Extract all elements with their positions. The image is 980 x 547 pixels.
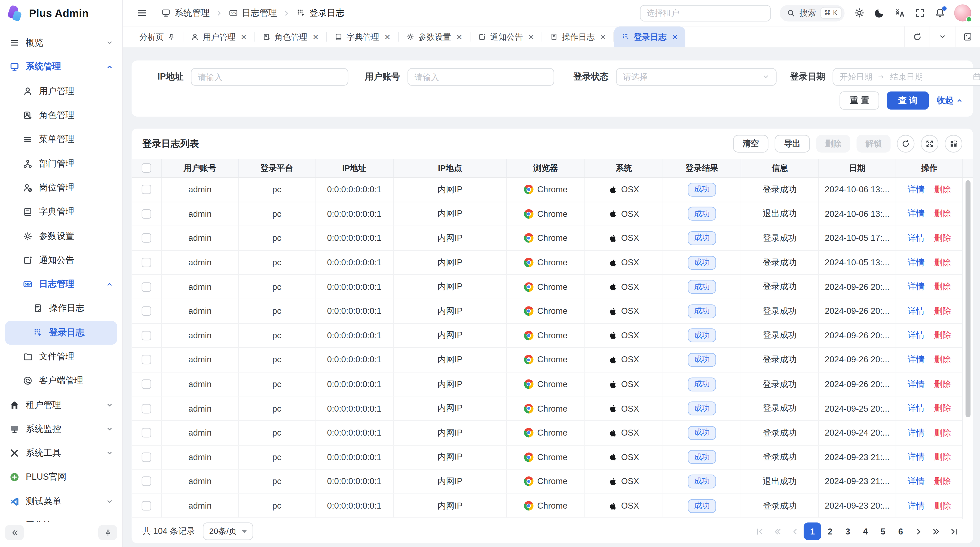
scrollbar-thumb[interactable] — [966, 180, 971, 417]
select-all-checkbox[interactable] — [142, 163, 151, 173]
tab-role-mgmt[interactable]: 角色管理✕ — [255, 26, 326, 47]
delete-link[interactable]: 删除 — [934, 233, 951, 244]
translate-button[interactable] — [894, 7, 905, 19]
close-icon[interactable]: ✕ — [528, 32, 534, 41]
detail-link[interactable]: 详情 — [908, 306, 924, 317]
detail-link[interactable]: 详情 — [908, 257, 924, 268]
sidebar-item-monitor[interactable]: 系统监控 — [0, 417, 122, 441]
sidebar-item-workflow[interactable]: 工作流 — [0, 514, 122, 521]
tab-notice[interactable]: 通知公告✕ — [471, 26, 542, 47]
breadcrumb-log-mgmt[interactable]: DEV 日志管理 — [229, 7, 277, 19]
sidebar-item-login-log[interactable]: 登录日志 — [5, 321, 117, 345]
sidebar-item-operation-log[interactable]: 操作日志 — [0, 297, 122, 321]
date-range-picker[interactable]: 开始日期 结束日期 — [833, 68, 980, 86]
detail-link[interactable]: 详情 — [908, 233, 924, 244]
sidebar-item-client-mgmt[interactable]: 客户端管理 — [0, 369, 122, 393]
delete-link[interactable]: 删除 — [934, 281, 951, 293]
row-checkbox[interactable] — [142, 185, 151, 195]
detail-link[interactable]: 详情 — [908, 403, 924, 414]
brand[interactable]: Plus Admin — [0, 0, 122, 28]
sidebar-item-notice[interactable]: 通知公告 — [0, 248, 122, 273]
row-checkbox[interactable] — [142, 428, 151, 437]
query-button[interactable]: 查 询 — [887, 91, 929, 110]
detail-link[interactable]: 详情 — [908, 500, 924, 512]
sidebar-item-plus-site[interactable]: PLUS官网 — [0, 465, 122, 490]
refresh-table-button[interactable] — [897, 135, 915, 153]
tenant-select-input[interactable] — [640, 5, 771, 21]
last-page-button[interactable] — [945, 523, 962, 540]
row-checkbox[interactable] — [142, 331, 151, 340]
ip-filter-input[interactable] — [191, 68, 348, 86]
row-checkbox[interactable] — [142, 501, 151, 510]
delete-link[interactable]: 删除 — [934, 403, 951, 414]
sidebar-item-file-mgmt[interactable]: 文件管理 — [0, 344, 122, 369]
sidebar-item-role-mgmt[interactable]: 角色管理 — [0, 103, 122, 128]
delete-link[interactable]: 删除 — [934, 451, 951, 463]
clear-button[interactable]: 清空 — [733, 135, 768, 153]
sidebar-item-user-mgmt[interactable]: 用户管理 — [0, 79, 122, 104]
row-checkbox[interactable] — [142, 477, 151, 486]
page-size-select[interactable]: 20条/页 — [203, 523, 253, 540]
collapse-filter-link[interactable]: 收起 — [937, 95, 963, 106]
close-icon[interactable]: ✕ — [671, 32, 678, 41]
page-6-button[interactable]: 6 — [892, 523, 910, 540]
page-5-button[interactable]: 5 — [874, 523, 892, 540]
detail-link[interactable]: 详情 — [908, 378, 924, 390]
row-checkbox[interactable] — [142, 453, 151, 462]
sidebar-item-params[interactable]: 参数设置 — [0, 224, 122, 248]
detail-link[interactable]: 详情 — [908, 330, 924, 341]
close-icon[interactable]: ✕ — [241, 32, 247, 41]
sidebar-item-tenant-mgmt[interactable]: 租户管理 — [0, 393, 122, 417]
collapse-sidebar-button[interactable] — [5, 525, 24, 540]
tab-user-mgmt[interactable]: 用户管理✕ — [183, 26, 255, 47]
delete-link[interactable]: 删除 — [934, 427, 951, 439]
pin-icon[interactable] — [167, 33, 175, 41]
delete-link[interactable]: 删除 — [934, 500, 951, 512]
page-2-button[interactable]: 2 — [821, 523, 839, 540]
detail-link[interactable]: 详情 — [908, 354, 924, 365]
row-checkbox[interactable] — [142, 282, 151, 292]
column-settings-button[interactable] — [945, 135, 962, 153]
sidebar-item-menu-mgmt[interactable]: 菜单管理 — [0, 128, 122, 152]
tab-login-log[interactable]: 登录日志✕ — [614, 26, 686, 47]
tab-analysis[interactable]: 分析页 — [132, 26, 183, 47]
page-1-button[interactable]: 1 — [803, 523, 821, 540]
close-icon[interactable]: ✕ — [384, 32, 391, 41]
detail-link[interactable]: 详情 — [908, 476, 924, 487]
row-checkbox[interactable] — [142, 306, 151, 316]
next-10-pages-button[interactable] — [927, 523, 945, 540]
next-page-button[interactable] — [910, 523, 927, 540]
refresh-tab-button[interactable] — [904, 26, 930, 47]
sidebar-item-overview[interactable]: 概览 — [0, 31, 122, 55]
notifications-button[interactable] — [934, 7, 945, 19]
tab-operation-log[interactable]: 操作日志✕ — [542, 26, 614, 47]
sidebar-item-dept-mgmt[interactable]: 部门管理 — [0, 152, 122, 176]
breadcrumb-login-log[interactable]: 登录日志 — [296, 7, 344, 19]
breadcrumb-system-mgmt[interactable]: 系统管理 — [161, 7, 210, 19]
delete-link[interactable]: 删除 — [934, 208, 951, 220]
row-checkbox[interactable] — [142, 404, 151, 413]
account-filter-input[interactable] — [407, 68, 554, 86]
delete-link[interactable]: 删除 — [934, 476, 951, 487]
detail-link[interactable]: 详情 — [908, 427, 924, 439]
delete-button[interactable]: 删除 — [816, 135, 850, 153]
content-fullscreen-button[interactable] — [955, 26, 980, 47]
tab-options-button[interactable] — [930, 26, 955, 47]
sidebar-item-post-mgmt[interactable]: 岗位管理 — [0, 176, 122, 200]
fullscreen-button[interactable] — [914, 7, 925, 19]
row-checkbox[interactable] — [142, 209, 151, 219]
sidebar-item-dict-mgmt[interactable]: 字典管理 — [0, 200, 122, 224]
row-checkbox[interactable] — [142, 258, 151, 267]
tab-dict-mgmt[interactable]: 字典管理✕ — [327, 26, 398, 47]
delete-link[interactable]: 删除 — [934, 330, 951, 341]
tab-params[interactable]: 参数设置✕ — [399, 26, 470, 47]
delete-link[interactable]: 删除 — [934, 257, 951, 268]
status-filter-select[interactable]: 请选择 — [616, 68, 776, 86]
delete-link[interactable]: 删除 — [934, 354, 951, 365]
dark-mode-button[interactable] — [873, 7, 885, 19]
row-checkbox[interactable] — [142, 380, 151, 389]
delete-link[interactable]: 删除 — [934, 378, 951, 390]
export-button[interactable]: 导出 — [775, 135, 810, 153]
close-icon[interactable]: ✕ — [600, 32, 606, 41]
reset-button[interactable]: 重 置 — [840, 91, 879, 110]
